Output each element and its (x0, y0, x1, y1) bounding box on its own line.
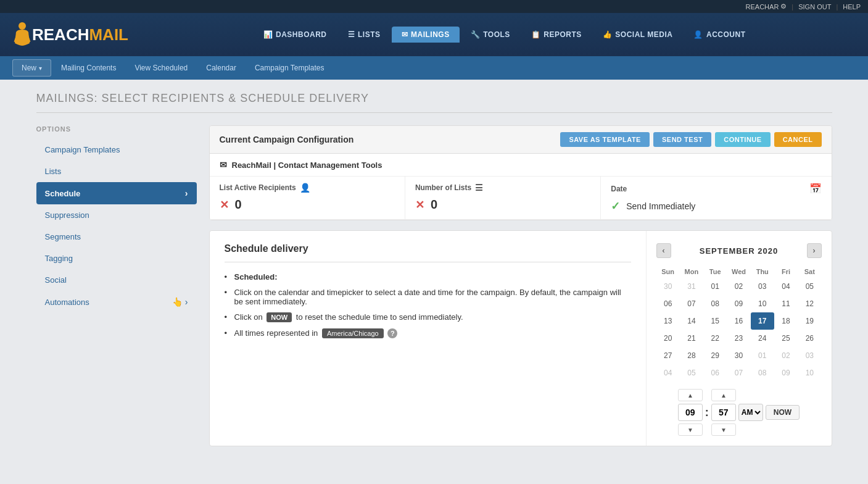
campaign-config-header: Current Campaign Configuration SAVE AS T… (210, 126, 832, 154)
sidebar-item-segments[interactable]: Segments (36, 226, 197, 248)
save-template-button[interactable]: SAVE AS TEMPLATE (560, 132, 650, 147)
help-circle-icon[interactable]: ? (387, 328, 397, 338)
cal-cell[interactable]: 04 (774, 278, 798, 295)
cal-cell[interactable]: 21 (680, 330, 703, 347)
page-divider (36, 112, 832, 113)
chevron-right-icon-automations: › (185, 297, 188, 307)
nav-reports[interactable]: 📋 REPORTS (521, 27, 592, 43)
hour-down-button[interactable]: ▼ (678, 424, 703, 436)
cal-cell[interactable]: 16 (727, 312, 750, 330)
cal-cell[interactable]: 30 (727, 347, 750, 364)
minute-input[interactable] (711, 404, 736, 421)
calendar-tbody: 30 31 01 02 03 04 05 06 (656, 278, 822, 382)
mailings-icon: ✉ (402, 30, 408, 39)
cal-cell[interactable]: 01 (751, 347, 774, 364)
timezone-badge: America/Chicago (322, 328, 384, 338)
cal-cell[interactable]: 05 (680, 364, 703, 382)
cal-cell[interactable]: 02 (727, 278, 750, 295)
cal-cell[interactable]: 05 (798, 278, 821, 295)
cal-cell[interactable]: 26 (798, 330, 821, 347)
layout: OPTIONS Campaign Templates Lists Schedul… (36, 125, 832, 446)
cal-cell[interactable]: 19 (798, 312, 821, 330)
cal-cell[interactable]: 04 (656, 364, 680, 382)
cal-cell[interactable]: 13 (656, 312, 680, 330)
now-button[interactable]: NOW (766, 405, 800, 420)
stat-num-lists: Number of Lists ☰ ✕ 0 (405, 177, 601, 219)
help-link[interactable]: HELP (843, 3, 861, 10)
cal-week-0: 30 31 01 02 03 04 05 (656, 278, 822, 295)
stat-list-active-header: List Active Recipients 👤 (220, 183, 395, 193)
cal-cell[interactable]: 14 (680, 312, 703, 330)
account-icon: 👤 (693, 30, 703, 39)
cal-cell[interactable]: 03 (798, 347, 821, 364)
cal-cell[interactable]: 25 (774, 330, 798, 347)
cancel-button[interactable]: CANCEL (774, 132, 822, 147)
cal-cell[interactable]: 20 (656, 330, 680, 347)
minute-down-button[interactable]: ▼ (711, 424, 736, 436)
cal-cell[interactable]: 08 (703, 295, 727, 312)
nav-social-media[interactable]: 👍 SOCIAL MEDIA (593, 27, 683, 43)
subnav-mailing-contents[interactable]: Mailing Contents (52, 60, 125, 76)
cal-cell[interactable]: 07 (680, 295, 703, 312)
cal-cell[interactable]: 15 (703, 312, 727, 330)
cal-cell[interactable]: 10 (798, 364, 821, 382)
reports-icon: 📋 (531, 30, 541, 39)
nav-mailings[interactable]: ✉ MAILINGS (392, 27, 460, 43)
cal-cell[interactable]: 24 (751, 330, 774, 347)
cal-cell[interactable]: 23 (727, 330, 750, 347)
sidebar-item-campaign-templates[interactable]: Campaign Templates (36, 139, 197, 161)
calendar-header: ‹ SEPTEMBER 2020 › (656, 241, 822, 261)
nav-tools[interactable]: 🔧 TOOLS (461, 27, 520, 43)
cal-cell[interactable]: 12 (798, 295, 821, 312)
send-test-button[interactable]: SEND TEST (653, 132, 711, 147)
continue-button[interactable]: CONTINUE (715, 132, 770, 147)
minute-up-button[interactable]: ▲ (711, 389, 736, 401)
cal-cell[interactable]: 07 (727, 364, 750, 382)
subnav-view-scheduled[interactable]: View Scheduled (126, 60, 196, 76)
cal-cell[interactable]: 10 (751, 295, 774, 312)
reachar-link[interactable]: REACHAR ⚙ (746, 2, 787, 10)
sidebar-item-suppression[interactable]: Suppression (36, 204, 197, 226)
signout-link[interactable]: SIGN OUT (798, 3, 831, 10)
hour-input[interactable] (678, 404, 703, 421)
stat-date: Date 📅 ✓ Send Immediately (601, 177, 831, 219)
stat-num-lists-value-row: ✕ 0 (415, 198, 590, 212)
cal-cell[interactable]: 01 (703, 278, 727, 295)
cal-cell[interactable]: 11 (774, 295, 798, 312)
sidebar-item-lists[interactable]: Lists (36, 161, 197, 182)
schedule-list: Scheduled: Click on the calendar and tim… (225, 272, 631, 338)
calendar-next-button[interactable]: › (807, 243, 822, 258)
cal-cell[interactable]: 27 (656, 347, 680, 364)
nav-lists[interactable]: ☰ LISTS (338, 27, 391, 43)
cal-cell[interactable]: 30 (656, 278, 680, 295)
tools-icon: 🔧 (471, 30, 481, 39)
cal-cell[interactable]: 09 (727, 295, 750, 312)
cal-cell[interactable]: 28 (680, 347, 703, 364)
sidebar-item-tagging[interactable]: Tagging (36, 248, 197, 269)
subnav-calendar[interactable]: Calendar (197, 60, 245, 76)
cal-cell-today[interactable]: 17 (751, 312, 774, 330)
ampm-select[interactable]: AM PM (738, 404, 763, 421)
cal-cell[interactable]: 03 (751, 278, 774, 295)
nav-account[interactable]: 👤 ACCOUNT (684, 27, 755, 43)
cal-cell[interactable]: 09 (774, 364, 798, 382)
cal-cell[interactable]: 22 (703, 330, 727, 347)
cal-cell[interactable]: 06 (703, 364, 727, 382)
schedule-inner: Schedule delivery Scheduled: Click on th… (210, 231, 832, 446)
cal-cell[interactable]: 18 (774, 312, 798, 330)
cal-cell[interactable]: 02 (774, 347, 798, 364)
sidebar-item-social[interactable]: Social (36, 269, 197, 291)
sidebar-item-automations[interactable]: Automations 👆 › (36, 291, 197, 313)
subnav-new[interactable]: New ▾ (12, 59, 51, 77)
subnav-campaign-templates[interactable]: Campaign Templates (246, 60, 333, 76)
cal-cell[interactable]: 08 (751, 364, 774, 382)
cal-cell[interactable]: 29 (703, 347, 727, 364)
calendar-prev-button[interactable]: ‹ (656, 243, 671, 258)
sidebar-item-schedule[interactable]: Schedule › (36, 182, 197, 204)
hour-up-button[interactable]: ▲ (678, 389, 703, 401)
cal-cell[interactable]: 06 (656, 295, 680, 312)
minute-col: ▲ ▼ (711, 389, 736, 436)
nav-dashboard[interactable]: 📊 DASHBOARD (254, 27, 337, 43)
cal-cell[interactable]: 31 (680, 278, 703, 295)
calendar-icon: 📅 (809, 183, 822, 194)
